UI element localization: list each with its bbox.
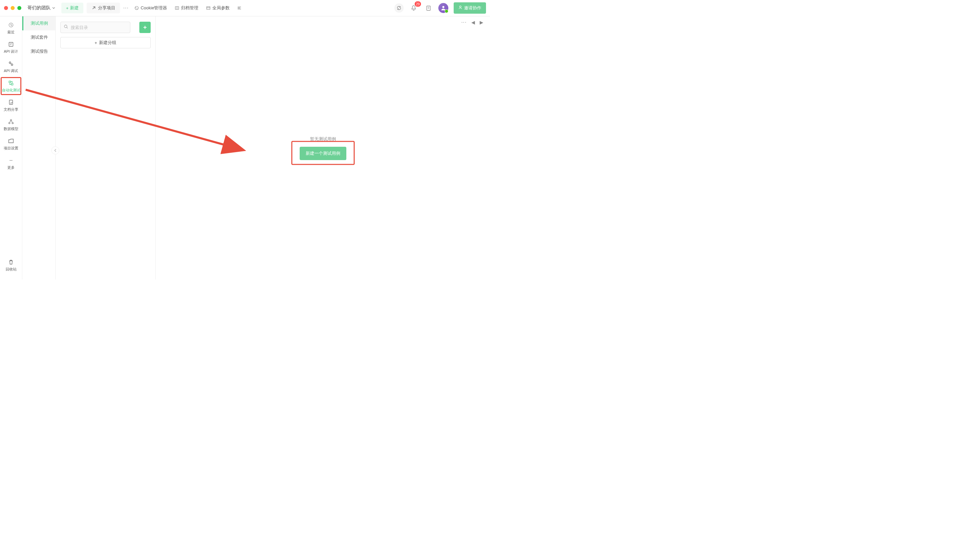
tab-test-suites[interactable]: 测试套件 — [22, 30, 55, 45]
new-button[interactable]: + 新建 — [61, 3, 83, 13]
sync-button[interactable] — [394, 3, 404, 13]
archive-icon — [174, 5, 180, 11]
model-icon — [8, 118, 14, 125]
titlebar: 哥们的团队 + 新建 分享项目 ··· Cookie管理器 归档管理 全局参数 — [0, 0, 490, 17]
cookie-manager-button[interactable]: Cookie管理器 — [132, 4, 169, 12]
search-input[interactable] — [60, 22, 130, 33]
automation-icon — [8, 80, 14, 86]
params-icon — [206, 5, 211, 11]
empty-state: 暂无测试用例 新建一个测试用例 — [300, 136, 346, 160]
svg-point-7 — [460, 6, 461, 8]
history-icon — [8, 22, 14, 28]
content-area: ··· ◀ ▶ 暂无测试用例 新建一个测试用例 — [156, 17, 490, 280]
new-group-label: 新建分组 — [99, 40, 116, 46]
sidebar-item-auto-test[interactable]: 自动化测试 — [1, 77, 21, 95]
content-more-button[interactable]: ··· — [461, 19, 467, 25]
window-controls — [4, 6, 21, 10]
search-icon — [64, 24, 68, 30]
svg-point-1 — [136, 7, 136, 8]
content-toolbar: ··· ◀ ▶ — [156, 17, 490, 28]
plus-icon: + — [144, 24, 147, 31]
user-avatar[interactable] — [438, 3, 448, 13]
nav-prev-button[interactable]: ◀ — [471, 20, 475, 25]
subpanel: 测试用例 测试套件 测试报告 — [22, 17, 56, 280]
sidebar-label: API 调试 — [4, 68, 18, 73]
design-icon — [8, 41, 14, 48]
create-button-label: 新建一个测试用例 — [306, 151, 340, 156]
notification-badge: 29 — [415, 1, 421, 7]
titlebar-right: 29 邀请协作 — [394, 2, 486, 14]
chevron-down-icon — [52, 7, 55, 10]
plus-icon: + — [95, 40, 97, 45]
collapse-handle[interactable] — [51, 146, 59, 154]
svg-point-6 — [442, 6, 444, 8]
sidebar-item-recent[interactable]: 最近 — [1, 19, 21, 37]
global-params-button[interactable]: 全局参数 — [204, 4, 232, 12]
svg-point-2 — [137, 8, 137, 9]
tree-panel: + + 新建分组 — [56, 17, 156, 280]
more-icon: ··· — [8, 157, 14, 164]
doc-share-icon — [8, 99, 14, 106]
tab-label: 测试用例 — [31, 21, 48, 26]
trash-icon — [8, 259, 14, 266]
archive-manager-label: 归档管理 — [181, 5, 198, 11]
new-button-label: 新建 — [70, 5, 79, 11]
sidebar-item-api-design[interactable]: API 设计 — [1, 38, 21, 56]
sidebar-label: 数据模型 — [4, 126, 18, 131]
svg-point-11 — [12, 64, 13, 65]
sidebar-item-data-model[interactable]: 数据模型 — [1, 116, 21, 134]
svg-point-17 — [12, 122, 13, 124]
sidebar-item-more[interactable]: ··· 更多 — [1, 154, 21, 172]
person-icon — [458, 5, 463, 11]
sidebar-label: 回收站 — [6, 267, 16, 272]
sidebar-label: 更多 — [7, 165, 15, 170]
svg-rect-9 — [9, 42, 13, 46]
create-test-case-button[interactable]: 新建一个测试用例 — [300, 147, 346, 160]
archive-manager-button[interactable]: 归档管理 — [172, 4, 200, 12]
sidebar-label: 自动化测试 — [2, 88, 20, 93]
close-window-button[interactable] — [4, 6, 8, 10]
new-group-button[interactable]: + 新建分组 — [60, 37, 151, 48]
share-icon — [91, 5, 97, 11]
tab-test-reports[interactable]: 测试报告 — [22, 45, 55, 58]
notes-button[interactable] — [424, 3, 433, 13]
team-selector[interactable]: 哥们的团队 — [27, 5, 55, 11]
team-name-label: 哥们的团队 — [27, 5, 51, 11]
sidebar-label: API 设计 — [4, 49, 18, 54]
search-row: + — [60, 22, 151, 33]
svg-point-15 — [10, 119, 12, 121]
svg-point-18 — [64, 25, 67, 28]
minimize-window-button[interactable] — [11, 6, 15, 10]
more-menu-button[interactable]: ··· — [123, 5, 129, 11]
toggle-panel-button[interactable] — [235, 4, 244, 12]
add-button[interactable]: + — [139, 22, 151, 33]
svg-rect-13 — [12, 83, 13, 85]
svg-rect-4 — [207, 7, 210, 9]
invite-collab-button[interactable]: 邀请协作 — [454, 2, 486, 14]
invite-button-label: 邀请协作 — [464, 5, 481, 11]
sidebar-item-doc-share[interactable]: 文档分享 — [1, 96, 21, 114]
plus-icon: + — [66, 6, 69, 11]
sidebar-item-trash[interactable]: 回收站 — [1, 256, 21, 274]
maximize-window-button[interactable] — [17, 6, 21, 10]
sidebar-item-project-settings[interactable]: 项目设置 — [1, 135, 21, 153]
settings-icon — [8, 138, 14, 144]
tab-test-cases[interactable]: 测试用例 — [22, 17, 55, 30]
global-params-label: 全局参数 — [212, 5, 230, 11]
cookie-manager-label: Cookie管理器 — [141, 5, 167, 11]
tab-label: 测试报告 — [31, 49, 48, 54]
sidebar: 最近 API 设计 API 调试 自动化测试 文档分享 — [0, 17, 22, 280]
sidebar-item-api-debug[interactable]: API 调试 — [1, 58, 21, 76]
debug-icon — [8, 60, 14, 67]
main-layout: 最近 API 设计 API 调试 自动化测试 文档分享 — [0, 17, 490, 280]
share-project-button[interactable]: 分享项目 — [87, 3, 120, 13]
svg-point-0 — [135, 7, 139, 10]
cookie-icon — [134, 5, 139, 11]
notifications-button[interactable]: 29 — [409, 3, 418, 13]
sidebar-label: 项目设置 — [4, 146, 18, 151]
svg-point-16 — [9, 122, 10, 124]
nav-next-button[interactable]: ▶ — [480, 20, 483, 25]
svg-rect-12 — [9, 81, 11, 83]
tab-label: 测试套件 — [31, 35, 48, 40]
svg-point-10 — [9, 62, 11, 63]
